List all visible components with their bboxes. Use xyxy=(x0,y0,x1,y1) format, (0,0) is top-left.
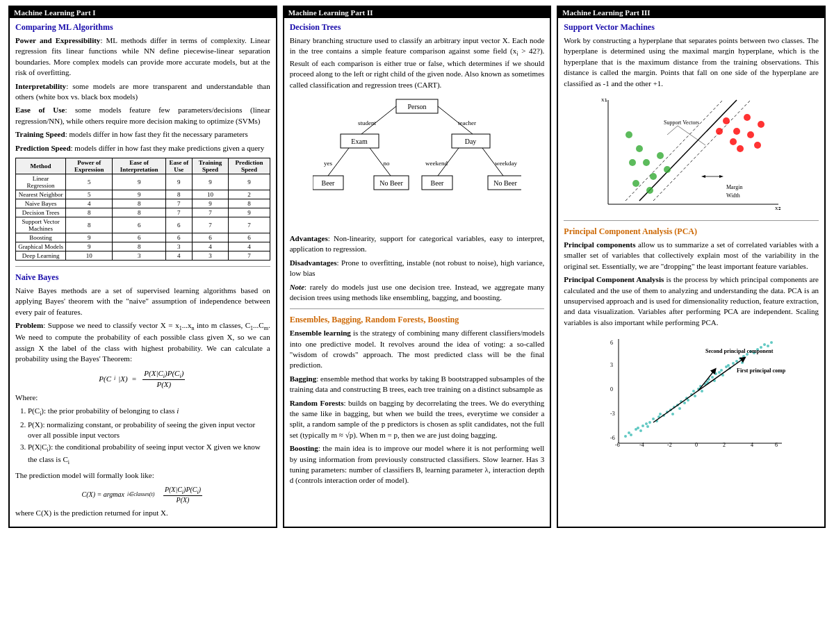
svg-line-52 xyxy=(667,126,678,135)
svg-point-128 xyxy=(770,341,773,344)
svg-marker-57 xyxy=(701,175,705,178)
svg-text:Support Vectors: Support Vectors xyxy=(664,119,699,126)
col-predict: Prediction Speed xyxy=(229,158,270,174)
svg-point-95 xyxy=(683,402,686,404)
col2-header: Machine Learning Part II xyxy=(284,7,550,18)
svg-text:4: 4 xyxy=(751,442,753,448)
svg-point-83 xyxy=(652,418,655,420)
svg-point-77 xyxy=(637,427,639,429)
svg-point-46 xyxy=(650,173,657,180)
pca-p1: Principal components allow us to summari… xyxy=(564,240,819,272)
table-row: Nearest Neighbor598102 xyxy=(16,190,270,199)
column-2: Machine Learning Part II Decision Trees … xyxy=(283,6,552,528)
divider-2 xyxy=(290,308,545,309)
svg-point-118 xyxy=(739,357,742,360)
col1-power: Power and Expressibility: ML methods dif… xyxy=(15,35,270,79)
svg-text:6: 6 xyxy=(775,442,778,448)
svg-point-75 xyxy=(630,434,632,436)
col1-section1-title: Comparing ML Algorithms xyxy=(15,22,270,33)
svg-text:Exam: Exam xyxy=(351,138,368,145)
decision-tree-intro: Binary branching structure used to class… xyxy=(290,35,545,90)
column-1: Machine Learning Part I Comparing ML Alg… xyxy=(8,6,277,528)
svg-point-103 xyxy=(701,390,703,393)
svg-point-50 xyxy=(664,166,671,173)
svg-point-93 xyxy=(678,407,681,410)
svg-marker-58 xyxy=(719,175,723,178)
svg-point-99 xyxy=(692,390,695,393)
svg-text:student: student xyxy=(358,119,376,126)
table-row: Linear Regression59999 xyxy=(16,174,270,190)
naive-bayes-intro: Naive Bayes methods are a set of supervi… xyxy=(15,286,270,317)
col1-prediction-speed: Prediction Speed: models differ in how f… xyxy=(15,143,270,154)
page-container: Machine Learning Part I Comparing ML Alg… xyxy=(0,0,834,534)
col1-ease-of-use: Ease of Use: some models feature few par… xyxy=(15,105,270,126)
svg-text:0: 0 xyxy=(610,386,613,393)
decision-tree-diagram: Person student teacher Exam Day yes no xyxy=(290,96,545,228)
svg-point-80 xyxy=(645,422,648,425)
svg-line-53 xyxy=(678,126,705,145)
col2-section2-title: Ensembles, Bagging, Random Forests, Boos… xyxy=(290,315,545,325)
advantages: Advantages: Non-linearity, support for c… xyxy=(290,233,545,255)
col3-section1-title: Support Vector Machines xyxy=(564,22,819,33)
rf-def: Random Forests: builds on bagging by dec… xyxy=(290,398,545,441)
svg-point-48 xyxy=(657,152,664,159)
svg-point-44 xyxy=(643,159,650,166)
ensemble-def: Ensemble learning is the strategy of com… xyxy=(290,328,545,371)
svg-text:6: 6 xyxy=(610,340,613,346)
col1-training-speed: Training Speed: models differ in how fas… xyxy=(15,129,270,140)
svg-text:Second principal component: Second principal component xyxy=(705,348,774,354)
svg-text:No Beer: No Beer xyxy=(493,179,517,187)
list-item: P(X|Ci): the conditional probability of … xyxy=(28,442,270,466)
svg-text:weekday: weekday xyxy=(495,160,517,167)
column-3: Machine Learning Part III Support Vector… xyxy=(557,6,826,528)
svg-point-49 xyxy=(646,187,653,194)
boosting-def: Boosting: the main idea is to improve ou… xyxy=(290,443,545,486)
table-row: Naive Bayes48798 xyxy=(16,199,270,208)
col-interpret: Ease of Interpretation xyxy=(113,158,166,174)
svm-svg: x₁ x₂ xyxy=(598,93,785,215)
svg-point-40 xyxy=(737,145,744,152)
col-method: Method xyxy=(16,158,66,174)
svg-point-47 xyxy=(632,180,639,187)
svg-text:no: no xyxy=(384,160,391,167)
svg-point-111 xyxy=(720,369,723,372)
svg-point-35 xyxy=(744,114,751,121)
list-item: P(Ci): the prior probability of belongin… xyxy=(28,406,270,418)
table-row: Boosting96666 xyxy=(16,233,270,242)
svg-point-100 xyxy=(694,395,696,397)
svg-point-86 xyxy=(659,413,662,415)
svg-point-37 xyxy=(747,131,754,138)
prediction-formula: C(X) = argmaxi∈classes(t) P(X|Ci)P(Ci) P… xyxy=(15,486,270,504)
svg-line-30 xyxy=(639,100,737,201)
svg-point-34 xyxy=(733,128,740,135)
naive-bayes-model: The prediction model will formally look … xyxy=(15,470,270,481)
svg-text:Width: Width xyxy=(726,192,740,199)
col1-section2-title: Naive Bayes xyxy=(15,272,270,283)
svg-text:-6: -6 xyxy=(615,442,620,448)
svg-text:3: 3 xyxy=(610,362,613,368)
table-row: Graphical Models98344 xyxy=(16,242,270,251)
svg-point-73 xyxy=(624,435,627,438)
svg-text:x₁: x₁ xyxy=(601,96,607,103)
svg-point-107 xyxy=(711,376,714,379)
naive-bayes-where: Where: xyxy=(15,393,270,403)
svg-point-126 xyxy=(763,343,766,346)
list-item: P(X): normalizing constant, or probabili… xyxy=(28,420,270,441)
bagging-def: Bagging: ensemble method that works by t… xyxy=(290,374,545,395)
tree-svg: Person student teacher Exam Day yes no xyxy=(313,96,521,228)
svg-text:2: 2 xyxy=(723,442,726,448)
svg-point-97 xyxy=(687,399,689,402)
svg-point-33 xyxy=(723,117,730,124)
naive-bayes-problem: Problem: Suppose we need to classify vec… xyxy=(15,320,270,365)
table-row: Support Vector Machines86677 xyxy=(16,217,270,233)
svg-text:No Beer: No Beer xyxy=(379,179,403,187)
divider-1 xyxy=(15,266,270,267)
bayes-formula: P(Ci|X) = P(X|Ci)P(Ci) P(X) xyxy=(15,369,270,388)
algorithms-table: Method Power of Expression Ease of Inter… xyxy=(15,158,270,261)
svg-point-116 xyxy=(732,362,735,365)
note: Note: rarely do models just use one deci… xyxy=(290,282,545,304)
table-row: Decision Trees88779 xyxy=(16,208,270,217)
col1-header: Machine Learning Part I xyxy=(10,7,276,18)
pca-p2: Principal Component Analysis is the proc… xyxy=(564,274,819,328)
col3-header: Machine Learning Part III xyxy=(558,7,824,18)
